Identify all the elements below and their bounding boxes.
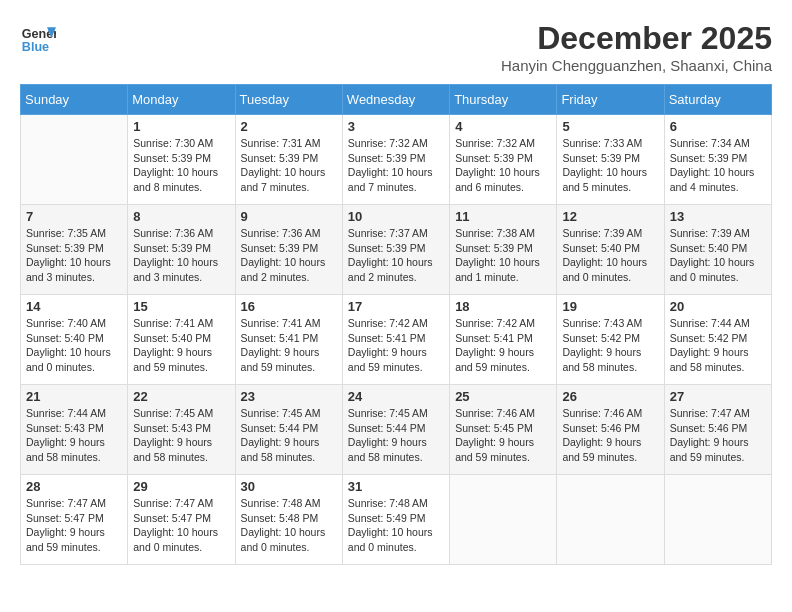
calendar-cell: 25 Sunrise: 7:46 AMSunset: 5:45 PMDaylig… xyxy=(450,385,557,475)
cell-info: Sunrise: 7:44 AMSunset: 5:42 PMDaylight:… xyxy=(670,317,750,373)
day-number: 28 xyxy=(26,479,122,494)
cell-info: Sunrise: 7:46 AMSunset: 5:45 PMDaylight:… xyxy=(455,407,535,463)
col-header-saturday: Saturday xyxy=(664,85,771,115)
calendar-cell: 13 Sunrise: 7:39 AMSunset: 5:40 PMDaylig… xyxy=(664,205,771,295)
cell-info: Sunrise: 7:35 AMSunset: 5:39 PMDaylight:… xyxy=(26,227,111,283)
day-number: 25 xyxy=(455,389,551,404)
logo: General Blue xyxy=(20,20,56,56)
day-number: 8 xyxy=(133,209,229,224)
day-number: 17 xyxy=(348,299,444,314)
cell-info: Sunrise: 7:33 AMSunset: 5:39 PMDaylight:… xyxy=(562,137,647,193)
calendar-cell: 24 Sunrise: 7:45 AMSunset: 5:44 PMDaylig… xyxy=(342,385,449,475)
cell-info: Sunrise: 7:31 AMSunset: 5:39 PMDaylight:… xyxy=(241,137,326,193)
day-number: 9 xyxy=(241,209,337,224)
week-row-4: 21 Sunrise: 7:44 AMSunset: 5:43 PMDaylig… xyxy=(21,385,772,475)
week-row-5: 28 Sunrise: 7:47 AMSunset: 5:47 PMDaylig… xyxy=(21,475,772,565)
cell-info: Sunrise: 7:43 AMSunset: 5:42 PMDaylight:… xyxy=(562,317,642,373)
calendar-cell xyxy=(664,475,771,565)
calendar-header-row: SundayMondayTuesdayWednesdayThursdayFrid… xyxy=(21,85,772,115)
cell-info: Sunrise: 7:48 AMSunset: 5:49 PMDaylight:… xyxy=(348,497,433,553)
col-header-wednesday: Wednesday xyxy=(342,85,449,115)
day-number: 24 xyxy=(348,389,444,404)
calendar-cell: 6 Sunrise: 7:34 AMSunset: 5:39 PMDayligh… xyxy=(664,115,771,205)
calendar-cell: 23 Sunrise: 7:45 AMSunset: 5:44 PMDaylig… xyxy=(235,385,342,475)
day-number: 14 xyxy=(26,299,122,314)
cell-info: Sunrise: 7:41 AMSunset: 5:40 PMDaylight:… xyxy=(133,317,213,373)
cell-info: Sunrise: 7:45 AMSunset: 5:44 PMDaylight:… xyxy=(241,407,321,463)
calendar-cell: 12 Sunrise: 7:39 AMSunset: 5:40 PMDaylig… xyxy=(557,205,664,295)
cell-info: Sunrise: 7:48 AMSunset: 5:48 PMDaylight:… xyxy=(241,497,326,553)
calendar-cell: 8 Sunrise: 7:36 AMSunset: 5:39 PMDayligh… xyxy=(128,205,235,295)
day-number: 29 xyxy=(133,479,229,494)
cell-info: Sunrise: 7:41 AMSunset: 5:41 PMDaylight:… xyxy=(241,317,321,373)
cell-info: Sunrise: 7:47 AMSunset: 5:47 PMDaylight:… xyxy=(133,497,218,553)
calendar-cell: 22 Sunrise: 7:45 AMSunset: 5:43 PMDaylig… xyxy=(128,385,235,475)
page-header: General Blue December 2025 Hanyin Chengg… xyxy=(20,20,772,74)
cell-info: Sunrise: 7:34 AMSunset: 5:39 PMDaylight:… xyxy=(670,137,755,193)
col-header-sunday: Sunday xyxy=(21,85,128,115)
calendar-cell: 27 Sunrise: 7:47 AMSunset: 5:46 PMDaylig… xyxy=(664,385,771,475)
calendar-cell: 10 Sunrise: 7:37 AMSunset: 5:39 PMDaylig… xyxy=(342,205,449,295)
calendar-cell: 21 Sunrise: 7:44 AMSunset: 5:43 PMDaylig… xyxy=(21,385,128,475)
day-number: 4 xyxy=(455,119,551,134)
cell-info: Sunrise: 7:30 AMSunset: 5:39 PMDaylight:… xyxy=(133,137,218,193)
cell-info: Sunrise: 7:45 AMSunset: 5:44 PMDaylight:… xyxy=(348,407,428,463)
day-number: 22 xyxy=(133,389,229,404)
calendar-cell: 3 Sunrise: 7:32 AMSunset: 5:39 PMDayligh… xyxy=(342,115,449,205)
cell-info: Sunrise: 7:37 AMSunset: 5:39 PMDaylight:… xyxy=(348,227,433,283)
day-number: 13 xyxy=(670,209,766,224)
day-number: 12 xyxy=(562,209,658,224)
day-number: 20 xyxy=(670,299,766,314)
day-number: 3 xyxy=(348,119,444,134)
svg-text:Blue: Blue xyxy=(22,40,49,54)
col-header-thursday: Thursday xyxy=(450,85,557,115)
day-number: 26 xyxy=(562,389,658,404)
day-number: 31 xyxy=(348,479,444,494)
logo-icon: General Blue xyxy=(20,20,56,56)
day-number: 27 xyxy=(670,389,766,404)
calendar-cell xyxy=(557,475,664,565)
cell-info: Sunrise: 7:39 AMSunset: 5:40 PMDaylight:… xyxy=(670,227,755,283)
day-number: 21 xyxy=(26,389,122,404)
day-number: 19 xyxy=(562,299,658,314)
calendar-cell: 16 Sunrise: 7:41 AMSunset: 5:41 PMDaylig… xyxy=(235,295,342,385)
week-row-2: 7 Sunrise: 7:35 AMSunset: 5:39 PMDayligh… xyxy=(21,205,772,295)
calendar-cell: 5 Sunrise: 7:33 AMSunset: 5:39 PMDayligh… xyxy=(557,115,664,205)
col-header-monday: Monday xyxy=(128,85,235,115)
calendar-cell xyxy=(21,115,128,205)
calendar-cell: 9 Sunrise: 7:36 AMSunset: 5:39 PMDayligh… xyxy=(235,205,342,295)
calendar-cell: 2 Sunrise: 7:31 AMSunset: 5:39 PMDayligh… xyxy=(235,115,342,205)
cell-info: Sunrise: 7:32 AMSunset: 5:39 PMDaylight:… xyxy=(455,137,540,193)
calendar-table: SundayMondayTuesdayWednesdayThursdayFrid… xyxy=(20,84,772,565)
cell-info: Sunrise: 7:32 AMSunset: 5:39 PMDaylight:… xyxy=(348,137,433,193)
location: Hanyin Chengguanzhen, Shaanxi, China xyxy=(501,57,772,74)
week-row-1: 1 Sunrise: 7:30 AMSunset: 5:39 PMDayligh… xyxy=(21,115,772,205)
calendar-cell: 26 Sunrise: 7:46 AMSunset: 5:46 PMDaylig… xyxy=(557,385,664,475)
day-number: 16 xyxy=(241,299,337,314)
cell-info: Sunrise: 7:45 AMSunset: 5:43 PMDaylight:… xyxy=(133,407,213,463)
day-number: 7 xyxy=(26,209,122,224)
cell-info: Sunrise: 7:40 AMSunset: 5:40 PMDaylight:… xyxy=(26,317,111,373)
calendar-cell xyxy=(450,475,557,565)
calendar-cell: 19 Sunrise: 7:43 AMSunset: 5:42 PMDaylig… xyxy=(557,295,664,385)
calendar-cell: 4 Sunrise: 7:32 AMSunset: 5:39 PMDayligh… xyxy=(450,115,557,205)
calendar-body: 1 Sunrise: 7:30 AMSunset: 5:39 PMDayligh… xyxy=(21,115,772,565)
calendar-cell: 14 Sunrise: 7:40 AMSunset: 5:40 PMDaylig… xyxy=(21,295,128,385)
cell-info: Sunrise: 7:42 AMSunset: 5:41 PMDaylight:… xyxy=(455,317,535,373)
day-number: 2 xyxy=(241,119,337,134)
month-title: December 2025 xyxy=(501,20,772,57)
calendar-cell: 28 Sunrise: 7:47 AMSunset: 5:47 PMDaylig… xyxy=(21,475,128,565)
day-number: 18 xyxy=(455,299,551,314)
cell-info: Sunrise: 7:44 AMSunset: 5:43 PMDaylight:… xyxy=(26,407,106,463)
cell-info: Sunrise: 7:47 AMSunset: 5:47 PMDaylight:… xyxy=(26,497,106,553)
calendar-cell: 17 Sunrise: 7:42 AMSunset: 5:41 PMDaylig… xyxy=(342,295,449,385)
calendar-cell: 18 Sunrise: 7:42 AMSunset: 5:41 PMDaylig… xyxy=(450,295,557,385)
day-number: 10 xyxy=(348,209,444,224)
cell-info: Sunrise: 7:36 AMSunset: 5:39 PMDaylight:… xyxy=(241,227,326,283)
cell-info: Sunrise: 7:36 AMSunset: 5:39 PMDaylight:… xyxy=(133,227,218,283)
cell-info: Sunrise: 7:42 AMSunset: 5:41 PMDaylight:… xyxy=(348,317,428,373)
calendar-cell: 29 Sunrise: 7:47 AMSunset: 5:47 PMDaylig… xyxy=(128,475,235,565)
calendar-cell: 11 Sunrise: 7:38 AMSunset: 5:39 PMDaylig… xyxy=(450,205,557,295)
calendar-cell: 1 Sunrise: 7:30 AMSunset: 5:39 PMDayligh… xyxy=(128,115,235,205)
col-header-tuesday: Tuesday xyxy=(235,85,342,115)
